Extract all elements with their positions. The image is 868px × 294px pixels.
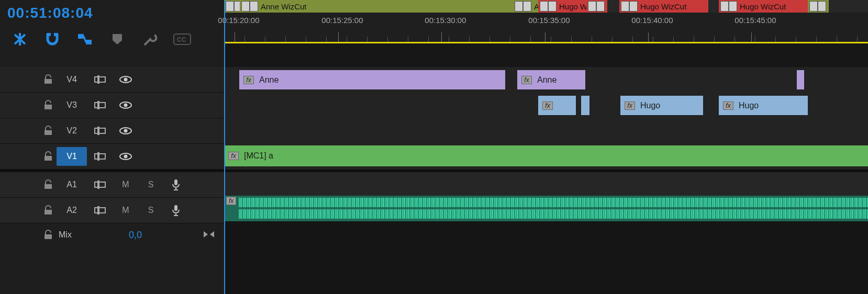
solo-toggle[interactable]: S [138, 180, 163, 189]
eye-icon[interactable] [113, 127, 138, 134]
track-header-a1[interactable]: A1 M S [0, 172, 224, 198]
closed-caption-icon[interactable]: CC [174, 31, 191, 48]
sequence-marker[interactable]: A [808, 0, 829, 13]
sequence-marker[interactable]: H [586, 0, 607, 13]
lock-icon[interactable] [40, 180, 57, 189]
clip[interactable]: fxHugo [620, 96, 703, 115]
eye-icon[interactable] [113, 101, 138, 109]
ruler-time-label: 00:15:45:00 [735, 16, 776, 25]
settings-wrench-icon[interactable] [141, 31, 158, 48]
lock-icon[interactable] [40, 100, 57, 110]
markers-strip[interactable]: Anne WizCutAnHugo WHHugo WizCutHugo WizC… [224, 0, 868, 13]
magnet-snap-icon[interactable] [44, 31, 61, 48]
clip[interactable]: fxHugo [719, 96, 808, 115]
track-header-v4[interactable]: V4 [0, 67, 224, 93]
fx-badge[interactable]: fx [723, 101, 733, 110]
sequence-marker[interactable]: Hugo W [538, 0, 586, 13]
svg-text:CC: CC [177, 36, 186, 43]
svg-point-15 [124, 104, 128, 107]
output-assign-icon[interactable] [203, 230, 215, 240]
mix-volume-value[interactable]: 0,0 [129, 230, 142, 241]
fx-badge[interactable]: fx [521, 76, 532, 84]
add-marker-icon[interactable] [109, 31, 126, 48]
timeline-area[interactable]: Anne WizCutAnHugo WHHugo WizCutHugo WizC… [224, 0, 868, 294]
lock-icon[interactable] [40, 152, 57, 161]
track-header-v1[interactable]: V1 [0, 144, 224, 169]
time-ruler[interactable]: 00:15:20:0000:15:25:0000:15:30:0000:15:3… [224, 13, 868, 42]
svg-rect-1 [54, 33, 58, 36]
marker-label: Hugo WizCut [640, 2, 686, 11]
playhead[interactable] [224, 0, 225, 294]
lock-icon[interactable] [40, 126, 57, 135]
mute-toggle[interactable]: M [113, 206, 138, 215]
voiceover-mic-icon[interactable] [163, 179, 188, 190]
svg-rect-12 [95, 103, 105, 108]
work-area-bar[interactable] [224, 42, 868, 43]
sequence-marker[interactable]: An [513, 0, 538, 13]
sequence-marker[interactable]: Hugo WizCut [619, 0, 708, 13]
sync-lock-icon[interactable] [87, 127, 113, 135]
fx-badge[interactable]: fx [625, 101, 635, 110]
sync-lock-icon[interactable] [87, 206, 113, 214]
svg-point-25 [124, 155, 128, 159]
track-lanes[interactable]: fxAnnefxAnne fxfxHugofxHugo fx[MC1] a fx [224, 45, 868, 294]
clip[interactable]: fx [538, 96, 576, 115]
svg-rect-26 [44, 184, 52, 189]
lock-icon[interactable] [40, 75, 57, 84]
track-header-a2[interactable]: A2 M S [0, 198, 224, 223]
svg-rect-22 [95, 154, 105, 159]
svg-rect-34 [44, 234, 52, 239]
eye-icon[interactable] [113, 76, 138, 83]
svg-rect-18 [97, 127, 99, 135]
clip[interactable] [581, 96, 589, 115]
lane-v1[interactable]: fx[MC1] a [224, 144, 868, 169]
lane-a2[interactable]: fx [224, 196, 868, 221]
lock-icon[interactable] [40, 230, 57, 240]
sync-lock-icon[interactable] [87, 75, 113, 84]
track-label[interactable]: A2 [57, 201, 87, 220]
clip[interactable] [797, 70, 804, 89]
fx-badge[interactable]: fx [226, 197, 236, 205]
track-header-mix[interactable]: Mix 0,0 [0, 223, 224, 246]
sequence-marker[interactable]: Hugo WizCut [719, 0, 808, 13]
lane-gap-bottom [224, 221, 868, 294]
lane-a1[interactable] [224, 172, 868, 198]
lock-icon[interactable] [40, 206, 57, 215]
insert-overwrite-toggle-icon[interactable] [12, 31, 28, 48]
svg-rect-21 [44, 156, 52, 161]
sync-lock-icon[interactable] [87, 180, 113, 189]
track-header-v3[interactable]: V3 [0, 93, 224, 118]
marker-label: An [534, 2, 538, 11]
track-label[interactable]: V1 [57, 147, 87, 166]
track-label[interactable]: V2 [57, 121, 87, 140]
clip[interactable]: fxAnne [517, 70, 585, 89]
sync-lock-icon[interactable] [87, 101, 113, 109]
clip-label: [MC1] a [244, 151, 273, 161]
clip[interactable]: fx[MC1] a [224, 145, 868, 166]
solo-toggle[interactable]: S [138, 206, 163, 215]
audio-clip[interactable]: fx [224, 196, 868, 221]
marker-label: Anne WizCut [261, 2, 307, 11]
clip[interactable]: fxAnne [239, 70, 505, 89]
lane-v4[interactable]: fxAnnefxAnne [224, 67, 868, 93]
waveform [239, 198, 868, 207]
mute-toggle[interactable]: M [113, 180, 138, 189]
fx-badge[interactable]: fx [228, 152, 239, 160]
sequence-timecode[interactable]: 00:51:08:04 [7, 5, 93, 21]
sync-lock-icon[interactable] [87, 152, 113, 161]
fx-badge[interactable]: fx [243, 76, 254, 84]
sequence-marker[interactable]: Anne WizCut [240, 0, 513, 13]
track-label[interactable]: A1 [57, 175, 87, 194]
svg-rect-0 [47, 33, 51, 36]
lane-v2[interactable] [224, 118, 868, 144]
timecode-row: 00:51:08:04 [0, 0, 224, 26]
track-label[interactable]: V3 [57, 96, 87, 115]
track-header-v2[interactable]: V2 [0, 118, 224, 144]
lane-v3[interactable]: fxfxHugofxHugo [224, 93, 868, 118]
eye-icon[interactable] [113, 153, 138, 160]
linked-selection-icon[interactable] [76, 31, 93, 48]
svg-rect-17 [95, 128, 105, 133]
voiceover-mic-icon[interactable] [163, 205, 188, 216]
fx-badge[interactable]: fx [542, 101, 553, 110]
track-label[interactable]: V4 [57, 70, 87, 89]
